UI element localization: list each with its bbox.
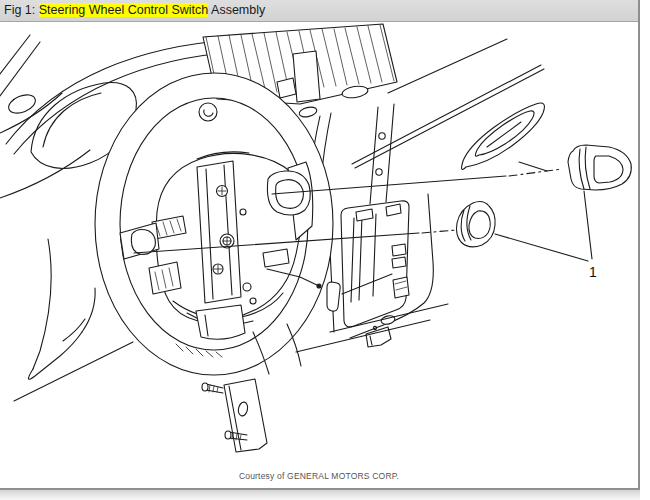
bottom-divider: [0, 490, 640, 500]
lower-control-switch: [457, 202, 496, 247]
steering-wheel-diagram: 1: [0, 22, 638, 488]
figure-caption-bar: Fig 1: Steering Wheel Control Switch Ass…: [0, 0, 638, 22]
caption-prefix: Fig 1:: [4, 3, 39, 17]
caption-highlighted-text: Steering Wheel Control Switch: [39, 3, 209, 17]
credit-line: Courtesy of GENERAL MOTORS CORP.: [0, 471, 638, 481]
caption-suffix: Assembly: [208, 3, 265, 17]
upper-control-switch: [568, 145, 631, 190]
callout-1-label: 1: [589, 264, 597, 280]
illustration-area: 1 Courtesy of GENERAL MOTORS CORP.: [0, 22, 638, 488]
door-handle: [462, 103, 547, 171]
knee-bolster: [28, 239, 95, 379]
left-switch-opening: [131, 230, 155, 255]
figure-panel: Fig 1: Steering Wheel Control Switch Ass…: [0, 0, 640, 490]
dash-vent-grille: [203, 24, 397, 119]
